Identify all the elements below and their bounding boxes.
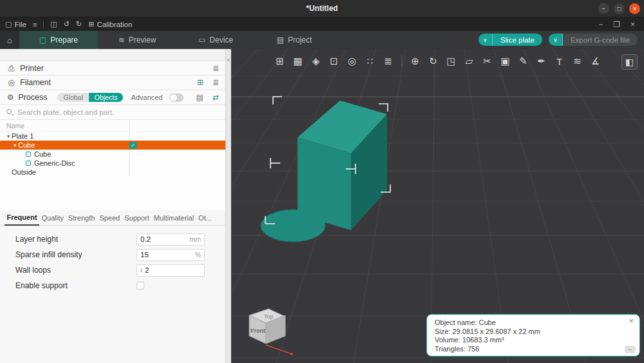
wall-loops-stepper[interactable]: ▴ ▾	[140, 268, 142, 273]
navcube-front-label[interactable]: Front	[251, 328, 265, 334]
sparse-infill-unit: %	[195, 251, 201, 259]
menubar-divider	[43, 21, 44, 28]
cube-checkbox[interactable]: ✓	[129, 142, 137, 149]
param-tab-others[interactable]: Ot...	[196, 214, 214, 225]
calibration-menu[interactable]: ⊞ Calibration	[88, 20, 132, 28]
auto-orient-icon[interactable]: ◈	[308, 54, 324, 69]
rotate-icon[interactable]: ↻	[425, 54, 441, 69]
move-icon[interactable]: ⊕	[407, 54, 423, 69]
search-bar	[0, 105, 225, 120]
slice-plate-button[interactable]: Slice plate	[493, 34, 542, 46]
info-object-name: Object name: Cube	[435, 319, 632, 328]
split-to-objects-icon[interactable]: ◎	[344, 54, 360, 69]
tab-device[interactable]: ▭ Device	[176, 31, 255, 49]
app-minimize-button[interactable]: −	[598, 20, 603, 29]
tree-row-outside[interactable]: Outside	[0, 168, 225, 177]
param-tab-frequent[interactable]: Frequent	[5, 213, 39, 226]
advanced-toggle[interactable]	[169, 93, 183, 102]
export-dropdown-button[interactable]: ∨	[549, 34, 563, 46]
tree-row-generic-disc[interactable]: Generic-Disc	[0, 159, 225, 168]
tree-row-cube-selected[interactable]: ▾ Cube ✓	[0, 141, 225, 150]
sync-icon[interactable]: ⇄	[213, 93, 219, 102]
cut-icon[interactable]: ✂	[479, 54, 495, 69]
sidebar-top-padding	[0, 49, 225, 61]
variable-layer-height-icon[interactable]: ≣	[380, 54, 396, 69]
global-pill[interactable]: Global	[57, 93, 88, 102]
enable-support-checkbox[interactable]	[137, 282, 144, 289]
tree-label: Plate 1	[12, 132, 33, 140]
part-icon	[26, 161, 31, 166]
support-painting-icon[interactable]: ✎	[515, 54, 531, 69]
maximize-button[interactable]: □	[614, 3, 625, 14]
menu-list-icon[interactable]: ≡	[33, 21, 37, 28]
clone-icon[interactable]: ▣	[497, 54, 513, 69]
tab-device-label: Device	[209, 35, 233, 44]
wall-loops-label: Wall loops	[15, 266, 137, 275]
tab-prepare[interactable]: ▢ Prepare	[19, 31, 98, 49]
param-tabs: Frequent Quality Strength Speed Support …	[0, 210, 225, 226]
wall-loops-input[interactable]	[145, 266, 201, 274]
file-menu-label: File	[14, 21, 26, 28]
tree-row-plate-1[interactable]: ▾ Plate 1	[0, 132, 225, 141]
param-tab-strength[interactable]: Strength	[66, 214, 97, 225]
info-close-icon[interactable]: ×	[629, 317, 634, 325]
navcube-top-label[interactable]: Top	[264, 313, 274, 320]
search-input[interactable]	[17, 108, 204, 116]
filament-settings-icon[interactable]: ≣	[213, 78, 219, 87]
slice-dropdown-button[interactable]: ∨	[478, 34, 493, 46]
step-down-icon[interactable]: ▾	[140, 270, 142, 273]
viewport-toolbar: ⊞ ▦ ◈ ⊡ ◎ ∷ ≣ ⊕ ↻ ◳ ▱ ✂ ▣ ✎ ✒ T ≋ ∡	[272, 54, 603, 69]
save-icon[interactable]: ◫	[50, 20, 57, 28]
model-cube[interactable]	[298, 101, 387, 230]
app-close-button[interactable]: ×	[630, 20, 635, 29]
flatten-icon[interactable]: ▱	[461, 54, 477, 69]
layer-height-input[interactable]	[140, 235, 190, 243]
home-button[interactable]: ⌂	[0, 31, 19, 49]
info-volume: Volume: 10683.3 mm³	[435, 336, 632, 345]
process-section-label: Process	[18, 93, 47, 102]
split-to-parts-icon[interactable]: ∷	[362, 54, 378, 69]
tree-row-cube-part[interactable]: Cube	[0, 150, 225, 159]
add-filament-icon[interactable]: ⊞	[197, 78, 204, 87]
process-section-row[interactable]: ⚙ Process Global Objects Advanced ▤ ⇄	[0, 90, 225, 105]
navigation-cube[interactable]: Top Front	[240, 301, 297, 359]
expander-icon[interactable]: ▾	[12, 142, 18, 148]
seam-painting-icon[interactable]: ✒	[533, 54, 549, 69]
sparse-infill-input[interactable]	[140, 251, 195, 259]
scale-icon[interactable]: ◳	[443, 54, 459, 69]
process-list-icon[interactable]: ▤	[196, 93, 204, 102]
expander-icon[interactable]: ▾	[5, 133, 12, 139]
enable-support-label: Enable support	[15, 281, 137, 290]
fuzzy-skin-icon[interactable]: ≋	[569, 54, 585, 69]
export-gcode-group: ∨ Export G-code file	[549, 34, 638, 46]
minimize-button[interactable]: −	[598, 3, 609, 14]
tab-project[interactable]: ▤ Project	[255, 31, 334, 49]
export-gcode-button[interactable]: Export G-code file	[563, 34, 638, 46]
tab-preview[interactable]: ≋ Preview	[98, 31, 176, 49]
add-plate-icon[interactable]: ▦	[290, 54, 306, 69]
measure-icon[interactable]: ∡	[587, 54, 603, 69]
undo-icon[interactable]: ↺	[64, 20, 70, 28]
param-tab-quality[interactable]: Quality	[39, 214, 66, 225]
arrange-icon[interactable]: ⊡	[326, 54, 342, 69]
param-tab-support[interactable]: Support	[122, 214, 152, 225]
main-area: ⎙ Printer ≣ ◎ Filament ⊞ ≣ ⚙ Process Glo…	[0, 49, 644, 363]
param-tab-speed[interactable]: Speed	[97, 214, 122, 225]
param-tab-multimaterial[interactable]: Multimaterial	[151, 214, 196, 225]
collapse-sidebar-icon[interactable]: ‹	[227, 55, 230, 64]
objects-pill[interactable]: Objects	[89, 93, 124, 102]
printer-settings-icon[interactable]: ≣	[213, 64, 219, 73]
add-object-icon[interactable]: ⊞	[272, 54, 288, 69]
printer-section-row[interactable]: ⎙ Printer ≣	[0, 61, 225, 75]
viewport-3d[interactable]: ⊞ ▦ ◈ ⊡ ◎ ∷ ≣ ⊕ ↻ ◳ ▱ ✂ ▣ ✎ ✒ T ≋ ∡	[231, 49, 644, 363]
close-button[interactable]: ×	[629, 3, 640, 14]
sidebar-handle[interactable]: ‹	[226, 49, 231, 363]
param-form: Layer height mm Sparse infill density % …	[0, 226, 225, 363]
file-menu[interactable]: ▢ File	[5, 20, 26, 28]
assembly-view-button[interactable]: ◧	[621, 54, 638, 70]
info-collapse-icon[interactable]: −	[625, 346, 636, 353]
app-restore-button[interactable]: ❐	[613, 20, 620, 29]
text-icon[interactable]: T	[551, 54, 567, 69]
redo-icon[interactable]: ↻	[76, 20, 82, 28]
filament-section-row[interactable]: ◎ Filament ⊞ ≣	[0, 75, 225, 90]
